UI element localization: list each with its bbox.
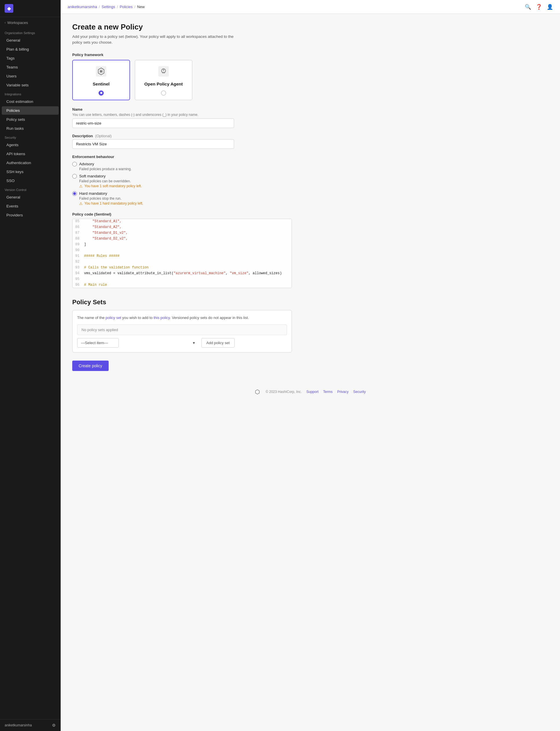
- code-line: 87 "Standard_D1_v2",: [73, 231, 292, 236]
- sidebar-workspaces[interactable]: ‹ Workspaces: [0, 17, 60, 28]
- framework-sentinel[interactable]: H Sentinel: [72, 60, 130, 100]
- chevron-left-icon: ‹: [5, 21, 5, 24]
- sidebar-item-users[interactable]: Users: [2, 72, 59, 80]
- sidebar-item-run-tasks[interactable]: Run tasks: [2, 124, 59, 133]
- select-wrapper: —Select item— ▼: [77, 338, 199, 348]
- code-line-number: 92: [73, 259, 83, 265]
- code-line: 86 "Standard_A2",: [73, 225, 292, 231]
- footer-copyright: © 2023 HashiCorp, Inc.: [266, 390, 302, 394]
- code-line-number: 96: [73, 283, 83, 288]
- this-policy-link[interactable]: this policy: [154, 316, 170, 320]
- sidebar-bottom: aniketkumarsinha ⚙: [0, 719, 60, 731]
- hard-mandatory-radio[interactable]: [72, 191, 77, 196]
- breadcrumb-sep-1: /: [99, 5, 100, 9]
- code-line: 94vms_validated = validate_attribute_in_…: [73, 271, 292, 277]
- page-content: Create a new Policy Add your policy to a…: [61, 14, 560, 731]
- sidebar-item-teams[interactable]: Teams: [2, 63, 59, 71]
- policy-sets-box: The name of the policy set you wish to a…: [72, 310, 292, 353]
- hard-mandatory-warning-row: ⚠ You have 1 hard mandatory policy left.: [79, 201, 548, 206]
- framework-options: H Sentinel Open Policy Agent: [72, 60, 548, 100]
- sidebar-item-agents[interactable]: Agents: [2, 141, 59, 149]
- sentinel-label: Sentinel: [93, 81, 110, 86]
- framework-opa[interactable]: Open Policy Agent: [135, 60, 192, 100]
- footer-security-link[interactable]: Security: [353, 390, 366, 394]
- advisory-desc: Failed policies produce a warning.: [79, 167, 548, 171]
- sentinel-icon: H: [96, 66, 106, 79]
- policy-set-link[interactable]: policy set: [105, 316, 121, 320]
- code-label: Policy code (Sentinel): [72, 212, 548, 216]
- footer-privacy-link[interactable]: Privacy: [337, 390, 348, 394]
- sidebar-item-general[interactable]: General: [2, 36, 59, 44]
- code-line: 92: [73, 259, 292, 265]
- page-title: Create a new Policy: [72, 23, 548, 31]
- code-line-number: 87: [73, 231, 83, 236]
- sidebar-item-plan-billing[interactable]: Plan & billing: [2, 45, 59, 53]
- name-input[interactable]: [72, 118, 234, 128]
- search-icon[interactable]: 🔍: [525, 4, 531, 10]
- create-policy-button[interactable]: Create policy: [72, 361, 109, 371]
- name-hint: You can use letters, numbers, dashes (-)…: [72, 113, 234, 117]
- sidebar-logo: ◆: [0, 0, 60, 17]
- opa-icon: [158, 66, 169, 79]
- breadcrumb-policies[interactable]: Policies: [120, 5, 133, 9]
- code-line: 90: [73, 248, 292, 254]
- code-line-content: "Standard_A1",: [83, 219, 292, 225]
- footer-terms-link[interactable]: Terms: [323, 390, 333, 394]
- description-group: Description (Optional): [72, 134, 234, 149]
- enforcement-group: Enforcement behaviour Advisory Failed po…: [72, 155, 548, 206]
- code-line: 91##### Rules #####: [73, 254, 292, 259]
- sidebar-item-vc-general[interactable]: General: [2, 193, 59, 201]
- add-policy-set-button[interactable]: Add policy set: [201, 338, 235, 348]
- soft-mandatory-label[interactable]: Soft mandatory: [79, 174, 106, 178]
- integrations-label: Integrations: [0, 90, 60, 97]
- version-control-label: Version Control: [0, 185, 60, 193]
- sidebar-item-sso[interactable]: SSO: [2, 177, 59, 185]
- breadcrumb-settings[interactable]: Settings: [102, 5, 115, 9]
- description-input[interactable]: [72, 139, 234, 149]
- advisory-label[interactable]: Advisory: [79, 162, 94, 166]
- sidebar-item-events[interactable]: Events: [2, 202, 59, 210]
- code-line-content: [83, 277, 292, 283]
- hard-mandatory-label[interactable]: Hard mandatory: [79, 191, 107, 196]
- sidebar-item-policies[interactable]: Policies: [2, 106, 59, 115]
- sidebar-item-tags[interactable]: Tags: [2, 54, 59, 62]
- footer-support-link[interactable]: Support: [306, 390, 318, 394]
- code-line: 95: [73, 277, 292, 283]
- code-line-number: 91: [73, 254, 83, 259]
- soft-mandatory-radio[interactable]: [72, 174, 77, 179]
- sentinel-radio[interactable]: [99, 90, 104, 96]
- policy-set-select[interactable]: —Select item—: [77, 338, 119, 348]
- hard-mandatory-warning-text: You have 1 hard mandatory policy left.: [84, 201, 143, 205]
- advisory-radio[interactable]: [72, 162, 77, 166]
- sidebar-item-ssh-keys[interactable]: SSH keys: [2, 168, 59, 176]
- app-logo-icon[interactable]: ◆: [5, 4, 13, 13]
- sidebar-item-api-tokens[interactable]: API tokens: [2, 150, 59, 158]
- code-line: 93# Calls the validation function: [73, 265, 292, 271]
- breadcrumb: aniketkumarsinha / Settings / Policies /…: [68, 5, 145, 9]
- code-line-content: ##### Rules #####: [83, 254, 292, 259]
- no-sets-label: No policy sets applied: [77, 324, 287, 335]
- sidebar-item-providers[interactable]: Providers: [2, 211, 59, 219]
- topbar: aniketkumarsinha / Settings / Policies /…: [61, 0, 560, 14]
- sidebar-user-settings-icon[interactable]: ⚙: [52, 723, 56, 728]
- sidebar-item-cost-estimation[interactable]: Cost estimation: [2, 97, 59, 106]
- code-line-content: # Calls the validation function: [83, 265, 292, 271]
- user-avatar-icon[interactable]: 👤: [547, 4, 553, 10]
- opa-radio[interactable]: [161, 90, 166, 96]
- help-icon[interactable]: ❓: [536, 4, 542, 10]
- sidebar-item-variable-sets[interactable]: Variable sets: [2, 81, 59, 89]
- breadcrumb-org[interactable]: aniketkumarsinha: [68, 5, 97, 9]
- policy-sets-info: The name of the policy set you wish to a…: [77, 315, 287, 321]
- code-line: 88 "Standard_D2_v2",: [73, 236, 292, 242]
- topbar-icons: 🔍 ❓ 👤: [525, 4, 553, 10]
- description-label: Description (Optional): [72, 134, 234, 138]
- description-optional: (Optional): [95, 134, 112, 138]
- policy-code-block[interactable]: 85 "Standard_A1",86 "Standard_A2",87 "St…: [72, 219, 292, 288]
- sidebar-item-policy-sets[interactable]: Policy sets: [2, 115, 59, 124]
- sidebar-item-authentication[interactable]: Authentication: [2, 159, 59, 167]
- opa-label: Open Policy Agent: [144, 81, 183, 86]
- code-line-content: # Main rule: [83, 283, 292, 288]
- svg-point-4: [163, 70, 164, 71]
- security-label: Security: [0, 133, 60, 140]
- code-line-number: 88: [73, 236, 83, 242]
